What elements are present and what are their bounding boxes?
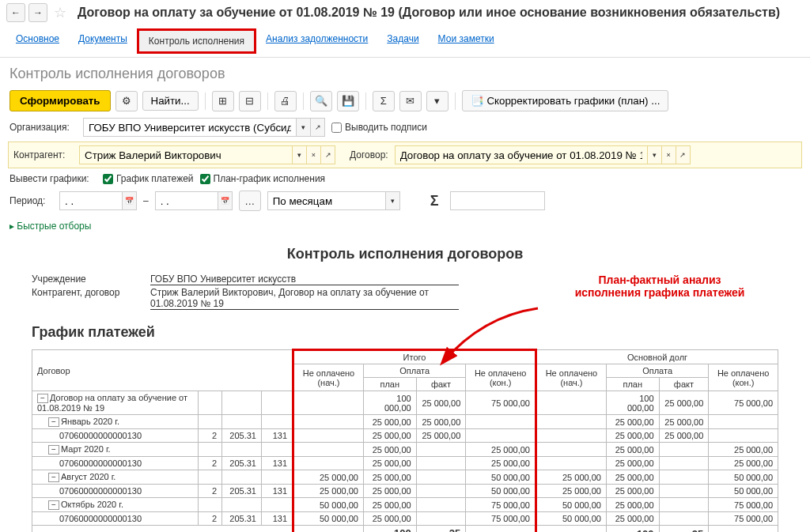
back-button[interactable]: ← — [6, 3, 25, 22]
nav-toolbar: ← → ☆ Договор на оплату за обучение от 0… — [0, 0, 810, 25]
tree-toggle-icon[interactable]: − — [48, 417, 59, 427]
table-total-row: Итого100 000,0025 000,0075 000,00100 000… — [32, 526, 778, 532]
forward-button[interactable]: → — [28, 3, 47, 22]
payments-table: Договор Итого Основной долг Не оплачено … — [32, 349, 778, 532]
period-to-input[interactable] — [155, 191, 218, 210]
cp-open-icon[interactable]: ↗ — [321, 145, 335, 164]
tree-toggle-icon[interactable]: − — [37, 394, 48, 403]
report-counterparty-value: Стриж Валерий Викторович, Договор на опл… — [150, 287, 459, 310]
th-plan: план — [363, 378, 416, 391]
tab-tasks[interactable]: Задачи — [377, 28, 428, 54]
tree-expand-icon[interactable]: ⊞ — [212, 91, 234, 111]
ct-open-icon[interactable]: ↗ — [676, 145, 691, 164]
print-icon[interactable]: 🖨 — [274, 91, 297, 111]
tree-toggle-icon[interactable]: − — [48, 445, 59, 455]
report-title: Контроль исполнения договоров — [32, 246, 778, 262]
page-title: Договор на оплату за обучение от 01.08.2… — [78, 6, 780, 20]
output-signatures-checkbox[interactable]: Выводить подписи — [331, 122, 427, 133]
form-button[interactable]: Сформировать — [9, 90, 111, 111]
section-title: Контроль исполнения договоров — [0, 58, 810, 87]
period-label: Период: — [9, 195, 53, 206]
th-md-unpaid-start: Не оплачено (нач.) — [536, 364, 606, 391]
th-md-unpaid-end: Не оплачено (кон.) — [709, 364, 778, 391]
sigma-icon: Σ — [430, 193, 439, 209]
sum-icon[interactable]: Σ — [373, 91, 395, 111]
th-md-fact: факт — [659, 378, 709, 391]
chart-title: График платежей — [32, 324, 778, 341]
table-row: −Октябрь 2020 г.50 000,0025 000,0075 000… — [32, 498, 778, 512]
tab-debt[interactable]: Анализ задолженности — [256, 28, 377, 54]
ct-dropdown-icon[interactable]: ▾ — [648, 145, 662, 164]
table-row: −Договор на оплату за обучение от 01.08.… — [32, 391, 778, 415]
settings-icon[interactable]: ⚙ — [115, 91, 138, 111]
cp-clear-icon[interactable]: × — [307, 145, 321, 164]
table-row: −Март 2020 г.25 000,0025 000,0025 000,00… — [32, 443, 778, 457]
th-main-debt: Основной долг — [536, 350, 778, 364]
tree-collapse-icon[interactable]: ⊟ — [239, 91, 261, 111]
find-button[interactable]: Найти... — [142, 91, 199, 111]
tab-bar: Основное Документы Контроль исполнения А… — [0, 25, 810, 58]
tree-toggle-icon[interactable]: − — [48, 500, 59, 510]
ct-clear-icon[interactable]: × — [662, 145, 676, 164]
th-md-payment: Оплата — [606, 364, 708, 378]
period-mode-select[interactable] — [267, 191, 386, 210]
period-from-input[interactable] — [59, 191, 123, 210]
pm-dropdown-icon[interactable]: ▾ — [386, 191, 400, 210]
sigma-input[interactable] — [450, 191, 545, 210]
table-row: 070600000000001302205.3113125 000,0025 0… — [32, 457, 778, 470]
save-icon[interactable]: 💾 — [337, 91, 359, 111]
institution-value: ГОБУ ВПО Университет искусств — [150, 274, 459, 285]
action-bar: Сформировать ⚙ Найти... ⊞ ⊟ 🖨 🔍 💾 Σ ✉ ▾ … — [0, 87, 810, 115]
table-row: −Август 2020 г.25 000,0025 000,0050 000,… — [32, 470, 778, 485]
annotation-callout: План-фактный анализ исполнения графика п… — [557, 274, 763, 299]
tab-main[interactable]: Основное — [6, 28, 69, 54]
tab-control[interactable]: Контроль исполнения — [137, 28, 256, 54]
th-md-plan: план — [606, 378, 659, 391]
org-open-icon[interactable]: ↗ — [311, 118, 325, 137]
org-label: Организация: — [9, 122, 77, 133]
menu-dropdown-icon[interactable]: ▾ — [426, 91, 449, 111]
contract-input[interactable] — [395, 145, 648, 164]
tab-documents[interactable]: Документы — [69, 28, 137, 54]
contract-label: Договор: — [350, 149, 388, 160]
star-icon[interactable]: ☆ — [54, 4, 66, 21]
org-input[interactable] — [83, 118, 297, 137]
tab-notes[interactable]: Мои заметки — [429, 28, 504, 54]
graphs-label: Вывести графики: — [9, 173, 97, 184]
table-row: −Январь 2020 г.25 000,0025 000,0025 000,… — [32, 415, 778, 429]
counterparty-input[interactable] — [79, 145, 293, 164]
th-unpaid-start: Не оплачено (нач.) — [293, 364, 364, 391]
quick-filters-toggle[interactable]: Быстрые отборы — [0, 214, 810, 238]
counterparty-label: Контрагент: — [13, 149, 73, 160]
execution-plan-checkbox[interactable]: План-график исполнения — [200, 173, 326, 184]
institution-label: Учреждение — [32, 274, 150, 285]
th-payment: Оплата — [363, 364, 465, 378]
cal-to-icon[interactable]: 📅 — [218, 191, 233, 210]
th-fact: факт — [416, 378, 466, 391]
org-dropdown-icon[interactable]: ▾ — [297, 118, 311, 137]
tree-toggle-icon[interactable]: − — [48, 473, 59, 482]
table-row: 070600000000001302205.3113125 000,0025 0… — [32, 429, 778, 443]
payment-schedule-checkbox[interactable]: График платежей — [103, 173, 194, 184]
adjust-button[interactable]: 📑 Скорректировать графики (план) ... — [462, 90, 669, 111]
report-counterparty-label: Контрагент, договор — [32, 287, 150, 310]
mail-icon[interactable]: ✉ — [399, 91, 422, 111]
period-picker-icon[interactable]: … — [239, 191, 261, 211]
preview-icon[interactable]: 🔍 — [310, 91, 332, 111]
th-unpaid-end: Не оплачено (кон.) — [466, 364, 536, 391]
th-total: Итого — [293, 350, 536, 364]
cal-from-icon[interactable]: 📅 — [123, 191, 137, 210]
th-contract: Договор — [32, 350, 293, 391]
table-row: 070600000000001302205.3113150 000,0025 0… — [32, 512, 778, 526]
cp-dropdown-icon[interactable]: ▾ — [293, 145, 307, 164]
table-row: 070600000000001302205.3113125 000,0025 0… — [32, 485, 778, 498]
